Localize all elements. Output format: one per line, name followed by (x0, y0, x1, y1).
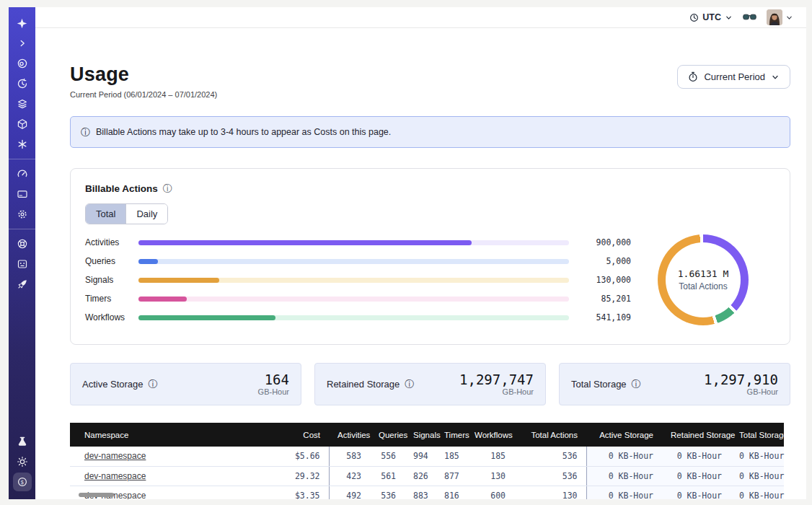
tab-daily[interactable]: Daily (125, 204, 167, 224)
history-icon[interactable] (13, 74, 32, 93)
table-header-row: Namespace Cost Activities Queries Signal… (70, 423, 784, 447)
cell-timers: 816 (436, 486, 466, 499)
period-dropdown-label: Current Period (704, 71, 765, 82)
sun-icon[interactable] (13, 452, 32, 471)
cell-signals: 883 (405, 486, 436, 499)
horizontal-scrollbar-thumb[interactable] (79, 493, 114, 497)
dollar-coin-icon[interactable]: $ (13, 473, 32, 491)
cell-signals: 826 (405, 466, 436, 486)
gear-icon[interactable] (13, 205, 32, 224)
lifebuoy-icon[interactable] (13, 234, 32, 253)
bar-value: 85,201 (581, 294, 631, 304)
table-row: dev-namespace $5.66 583 556 994 185 185 … (70, 447, 784, 466)
col-header-cost: Cost (272, 423, 329, 447)
cell-timers: 185 (436, 447, 466, 466)
col-header-total-storage: Total Storage (731, 423, 784, 447)
cell-workflows: 130 (466, 466, 514, 486)
rocket-icon[interactable] (13, 275, 32, 294)
bar-fill (138, 278, 219, 283)
bar-value: 130,000 (581, 275, 631, 285)
bar-row-workflows: Workflows 541,109 (85, 308, 631, 327)
namespace-link[interactable]: dev-namespace (84, 471, 146, 481)
col-header-active-storage: Active Storage (586, 423, 662, 447)
donut-center-label: Total Actions (679, 281, 727, 291)
sidebar: $ (9, 7, 35, 499)
info-icon[interactable]: ⓘ (405, 379, 414, 389)
timezone-selector[interactable]: UTC (689, 12, 733, 22)
avatar (767, 9, 782, 25)
chevron-down-icon (771, 73, 780, 82)
credit-card-icon[interactable] (13, 185, 32, 203)
bar-fill (138, 315, 275, 320)
billable-actions-bar-chart: Activities 900,000 Queries 5,000 Signals… (85, 233, 631, 327)
stopwatch-icon (688, 71, 698, 82)
bar-label: Workflows (85, 312, 138, 322)
page-subtitle: Current Period (06/01/2024 – 07/01/2024) (70, 90, 217, 99)
cell-total-actions: 130 (514, 486, 586, 499)
terminal-icon[interactable] (13, 255, 32, 273)
total-storage-value: 1,297,910 (704, 372, 778, 387)
flask-icon[interactable] (13, 432, 32, 451)
bar-track (138, 297, 569, 302)
bar-row-queries: Queries 5,000 (85, 252, 631, 271)
col-header-namespace: Namespace (70, 423, 272, 447)
cell-activities: 583 (329, 447, 370, 466)
cell-cost: 29.32 (272, 466, 329, 486)
bar-value: 541,109 (581, 312, 631, 322)
donut-center-value: 1.66131 M (678, 268, 728, 279)
cell-queries: 556 (370, 447, 405, 466)
active-storage-value: 164 (258, 372, 289, 387)
col-header-signals: Signals (405, 423, 436, 447)
col-header-queries: Queries (370, 423, 405, 447)
total-storage-label: Total Storage (571, 379, 627, 390)
cell-active-storage: 0 KB-Hour (586, 447, 662, 466)
gauge-icon[interactable] (13, 164, 32, 183)
billable-actions-title: Billable Actions (85, 183, 158, 194)
layers-icon[interactable] (13, 95, 32, 113)
bar-fill (138, 240, 472, 245)
retained-storage-label: Retained Storage (327, 379, 400, 390)
col-header-retained-storage: Retained Storage (662, 423, 731, 447)
cell-workflows: 600 (466, 486, 514, 499)
timezone-label: UTC (702, 12, 721, 22)
cell-total-storage: 0 KB-Hour (731, 447, 784, 466)
info-banner-text: Billable Actions may take up to 3-4 hour… (96, 127, 391, 137)
info-icon[interactable]: ⓘ (149, 379, 158, 389)
cell-workflows: 185 (466, 447, 514, 466)
cell-signals: 994 (405, 447, 436, 466)
bar-track (138, 240, 569, 245)
cell-activities: 423 (329, 466, 370, 486)
retained-storage-card: Retained Storage ⓘ 1,297,747 GB-Hour (314, 363, 546, 405)
active-storage-card: Active Storage ⓘ 164 GB-Hour (70, 363, 301, 405)
col-header-activities: Activities (329, 423, 370, 447)
temporal-logo[interactable] (13, 14, 32, 32)
user-menu[interactable] (767, 9, 793, 25)
namespace-link[interactable]: dev-namespace (84, 451, 146, 461)
col-header-total-actions: Total Actions (514, 423, 586, 447)
svg-text:$: $ (20, 479, 24, 486)
period-dropdown-button[interactable]: Current Period (677, 65, 790, 89)
topbar: UTC (35, 7, 806, 28)
tab-total[interactable]: Total (86, 204, 125, 224)
active-storage-label: Active Storage (82, 379, 144, 390)
cell-total-actions: 536 (514, 447, 586, 466)
cell-retained-storage: 0 KB-Hour (662, 486, 731, 499)
cell-retained-storage: 0 KB-Hour (662, 447, 731, 466)
bar-track (138, 315, 569, 320)
cell-total-storage: 0 KB-Hour (731, 466, 784, 486)
cell-cost: $5.66 (272, 447, 329, 466)
retained-storage-value: 1,297,747 (459, 372, 534, 387)
info-icon[interactable]: ⓘ (632, 379, 641, 389)
cube-icon[interactable] (13, 115, 32, 133)
asterisk-icon[interactable] (13, 135, 32, 154)
bar-row-timers: Timers 85,201 (85, 289, 631, 308)
namespaces-icon[interactable] (13, 54, 32, 73)
cell-cost: $3.35 (272, 486, 329, 499)
bar-track (138, 278, 569, 283)
bar-label: Queries (85, 256, 138, 266)
info-icon[interactable]: ⓘ (163, 184, 172, 193)
collapse-chevron-icon[interactable] (13, 34, 32, 53)
cell-queries: 536 (370, 486, 405, 499)
goggles-icon[interactable] (743, 12, 756, 22)
clock-icon (689, 13, 699, 22)
